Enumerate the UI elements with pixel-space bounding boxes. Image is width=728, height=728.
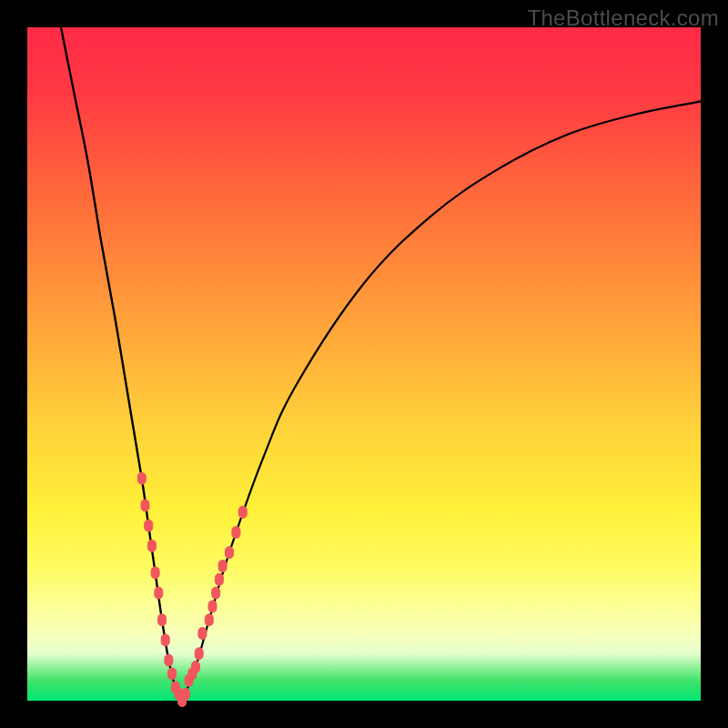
curve-svg — [27, 27, 701, 701]
data-marker — [147, 540, 156, 551]
data-marker — [198, 628, 207, 640]
data-marker — [232, 527, 240, 539]
data-marker — [208, 601, 217, 612]
chart-frame: TheBottleneck.com — [0, 0, 728, 728]
data-marker — [158, 614, 167, 626]
data-marker — [137, 472, 146, 484]
data-marker — [145, 520, 153, 531]
data-marker — [238, 506, 247, 518]
data-marker — [161, 634, 169, 646]
data-marker — [205, 614, 213, 626]
data-marker — [218, 561, 227, 572]
data-marker — [212, 587, 220, 599]
data-marker — [181, 688, 189, 700]
data-marker — [192, 662, 200, 673]
data-marker — [151, 567, 159, 579]
curve-right-branch — [182, 101, 701, 701]
data-marker — [215, 573, 223, 585]
data-marker — [168, 668, 177, 680]
plot-area — [27, 27, 701, 701]
watermark-text: TheBottleneck.com — [527, 5, 719, 31]
data-marker — [195, 648, 203, 660]
marker-group — [137, 472, 247, 706]
curve-left-branch — [61, 27, 182, 701]
data-marker — [155, 587, 163, 599]
data-marker — [226, 547, 234, 559]
data-marker — [141, 500, 149, 511]
data-marker — [165, 654, 173, 666]
